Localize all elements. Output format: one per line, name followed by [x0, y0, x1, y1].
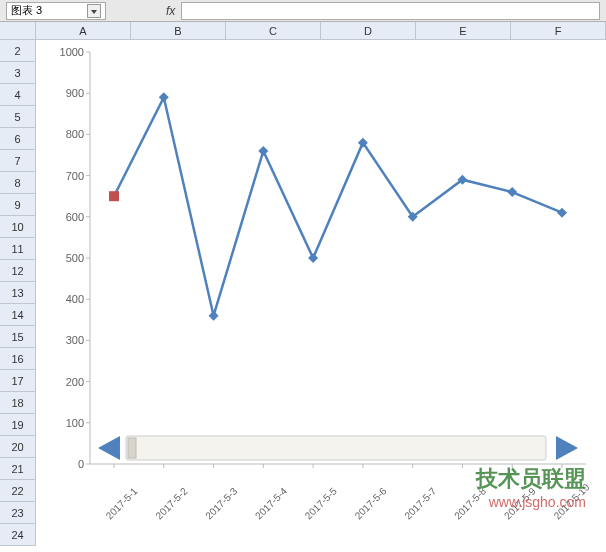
svg-text:2017-5-7: 2017-5-7	[402, 485, 438, 521]
svg-text:700: 700	[66, 170, 84, 182]
svg-marker-28	[308, 253, 318, 263]
row-header[interactable]: 21	[0, 458, 35, 480]
svg-text:600: 600	[66, 211, 84, 223]
svg-text:300: 300	[66, 334, 84, 346]
svg-marker-36	[556, 436, 578, 460]
row-header[interactable]: 15	[0, 326, 35, 348]
svg-text:2017-5-4: 2017-5-4	[253, 485, 289, 521]
row-headers: 2 3 4 5 6 7 8 9 10 11 12 13 14 15 16 17 …	[0, 40, 36, 546]
svg-marker-33	[557, 208, 567, 218]
row-header[interactable]: 11	[0, 238, 35, 260]
row-header[interactable]: 8	[0, 172, 35, 194]
svg-text:800: 800	[66, 128, 84, 140]
row-header[interactable]: 14	[0, 304, 35, 326]
formula-input[interactable]	[181, 2, 600, 20]
column-headers: A B C D E F	[0, 22, 606, 40]
svg-marker-35	[98, 436, 120, 460]
svg-text:2017-5-10: 2017-5-10	[552, 481, 592, 521]
name-box-value: 图表 3	[11, 3, 42, 18]
row-header[interactable]: 2	[0, 40, 35, 62]
svg-text:2017-5-3: 2017-5-3	[203, 485, 239, 521]
row-header[interactable]: 19	[0, 414, 35, 436]
row-header[interactable]: 5	[0, 106, 35, 128]
row-header[interactable]: 9	[0, 194, 35, 216]
svg-marker-27	[258, 146, 268, 156]
row-header[interactable]: 7	[0, 150, 35, 172]
col-header[interactable]: F	[511, 22, 606, 39]
svg-marker-32	[507, 187, 517, 197]
svg-text:2017-5-1: 2017-5-1	[104, 485, 140, 521]
select-all-corner[interactable]	[0, 22, 36, 39]
scroll-left-icon[interactable]	[98, 436, 120, 460]
svg-rect-24	[109, 191, 119, 201]
row-header[interactable]: 17	[0, 370, 35, 392]
row-header[interactable]: 13	[0, 282, 35, 304]
svg-text:1000: 1000	[60, 46, 84, 58]
line-chart: 010020030040050060070080090010002017-5-1…	[44, 44, 596, 544]
svg-text:200: 200	[66, 376, 84, 388]
chart-object[interactable]: 010020030040050060070080090010002017-5-1…	[44, 44, 596, 544]
chevron-down-icon[interactable]	[87, 4, 101, 18]
spreadsheet-area: A B C D E F 2 3 4 5 6 7 8 9 10 11 12 13 …	[0, 22, 606, 550]
row-header[interactable]: 6	[0, 128, 35, 150]
scroll-right-icon[interactable]	[556, 436, 578, 460]
col-header[interactable]: B	[131, 22, 226, 39]
col-header[interactable]: D	[321, 22, 416, 39]
svg-marker-25	[159, 92, 169, 102]
svg-text:2017-5-6: 2017-5-6	[353, 485, 389, 521]
svg-text:500: 500	[66, 252, 84, 264]
row-header[interactable]: 4	[0, 84, 35, 106]
formula-bar: 图表 3 fx	[0, 0, 606, 22]
row-header[interactable]: 23	[0, 502, 35, 524]
col-header[interactable]: E	[416, 22, 511, 39]
row-header[interactable]: 16	[0, 348, 35, 370]
col-header[interactable]: C	[226, 22, 321, 39]
row-header[interactable]: 22	[0, 480, 35, 502]
name-box[interactable]: 图表 3	[6, 2, 106, 20]
svg-marker-26	[209, 311, 219, 321]
svg-text:2017-5-8: 2017-5-8	[452, 485, 488, 521]
svg-text:100: 100	[66, 417, 84, 429]
row-header[interactable]: 20	[0, 436, 35, 458]
row-header[interactable]: 10	[0, 216, 35, 238]
svg-text:400: 400	[66, 293, 84, 305]
svg-rect-34	[126, 436, 546, 460]
svg-rect-37	[128, 438, 136, 458]
row-header[interactable]: 24	[0, 524, 35, 546]
svg-text:2017-5-5: 2017-5-5	[303, 485, 339, 521]
svg-text:2017-5-2: 2017-5-2	[153, 485, 189, 521]
svg-text:2017-5-9: 2017-5-9	[502, 485, 538, 521]
row-header[interactable]: 3	[0, 62, 35, 84]
col-header[interactable]: A	[36, 22, 131, 39]
svg-text:0: 0	[78, 458, 84, 470]
row-header[interactable]: 12	[0, 260, 35, 282]
fx-label: fx	[166, 4, 175, 18]
row-header[interactable]: 18	[0, 392, 35, 414]
svg-text:900: 900	[66, 87, 84, 99]
